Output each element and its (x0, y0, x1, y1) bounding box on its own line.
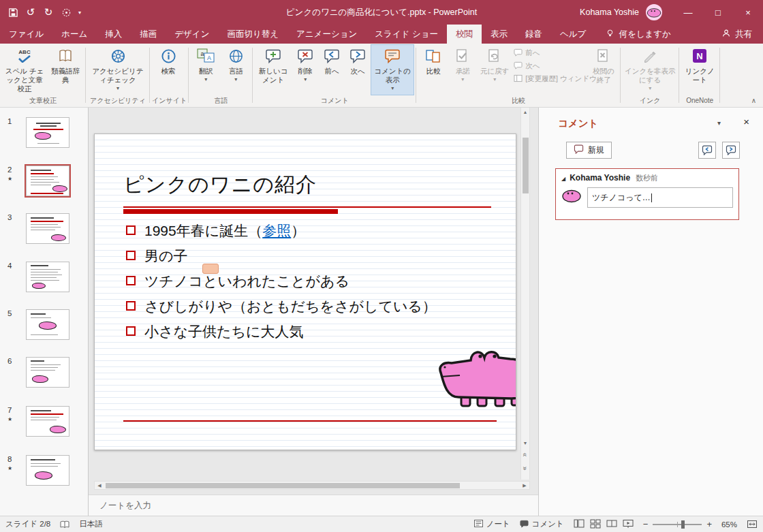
spell-check-icon: ABC (18, 46, 31, 65)
slide-thumbnail-5[interactable] (26, 309, 69, 340)
slide-title[interactable]: ピンクのワニの紹介 (123, 171, 317, 199)
translate-button[interactable]: aA 翻訳 ▾ (191, 44, 221, 95)
tab-animations[interactable]: アニメーション (287, 25, 366, 44)
dropdown-arrow-icon: ▾ (234, 76, 237, 83)
notes-toggle[interactable]: ノート (474, 519, 510, 529)
new-comment-pane-button[interactable]: 新規 (566, 142, 612, 159)
collapse-comment-icon[interactable]: ◢ (561, 176, 565, 182)
comment-navigation (698, 142, 740, 159)
touch-mode-icon[interactable] (57, 3, 75, 21)
tab-slideshow[interactable]: スライド ショー (366, 25, 447, 44)
undo-icon[interactable]: ↺ (22, 3, 40, 21)
tab-view[interactable]: 表示 (482, 25, 516, 44)
fit-to-window-button[interactable] (747, 519, 758, 529)
vertical-scrollbar-thumb[interactable] (523, 138, 529, 193)
tab-review[interactable]: 校閲 (447, 25, 482, 44)
slide-body-text[interactable]: 1995年春に誕生（参照） 男の子 ツチノコといわれたことがある さびしがりや（… (126, 221, 509, 347)
tab-insert[interactable]: 挿入 (96, 25, 131, 44)
tab-file[interactable]: ファイル (0, 25, 52, 44)
notes-placeholder[interactable]: ノートを入力 (99, 500, 151, 512)
slide-star-8: ★ (7, 465, 12, 471)
notes-pane[interactable]: ノートを入力 (89, 495, 538, 516)
next-slide-button[interactable]: » (521, 465, 529, 472)
slide-thumbnail-3[interactable] (26, 213, 69, 244)
tab-transitions[interactable]: 画面切り替え (218, 25, 287, 44)
tab-recording[interactable]: 録音 (516, 25, 551, 44)
reference-link[interactable]: 参照 (262, 223, 291, 238)
comment-author: Kohama Yoshie (570, 173, 630, 183)
tab-help[interactable]: ヘルプ (551, 25, 595, 44)
language-indicator[interactable]: 日本語 (79, 519, 103, 529)
delete-comment-button[interactable]: 削除 ▾ (292, 44, 319, 95)
scroll-right-icon[interactable]: ▶ (520, 483, 529, 488)
comment-anchor-marker[interactable] (202, 264, 219, 274)
pink-crocodile-drawing[interactable] (435, 341, 516, 409)
slide-thumbnail-2[interactable] (26, 166, 69, 196)
scroll-down-icon[interactable]: ▼ (521, 441, 529, 445)
reject-icon (487, 46, 502, 65)
comment-text-input[interactable]: ツチノコって… (587, 187, 733, 208)
previous-slide-button[interactable]: « (521, 451, 529, 458)
thesaurus-button[interactable]: 類義語辞典 (47, 44, 84, 95)
slide-thumbnail-4[interactable] (26, 262, 69, 292)
spellcheck-status-icon[interactable] (60, 520, 69, 529)
minimize-button[interactable]: — (673, 0, 703, 25)
previous-comment-button[interactable] (698, 142, 716, 159)
slide-thumbnail-7[interactable] (26, 406, 69, 437)
pane-options-chevron-icon[interactable]: ▾ (717, 119, 721, 127)
bullet-square-icon (126, 301, 136, 311)
slide-thumbnail-1[interactable] (26, 117, 69, 148)
slide-indicator[interactable]: スライド 2/8 (5, 519, 50, 529)
qat-customize-icon[interactable]: ▾ (75, 3, 84, 21)
reading-view-button[interactable] (606, 518, 617, 530)
save-icon[interactable] (4, 3, 22, 21)
slide-thumbnail-8[interactable] (26, 455, 69, 486)
next-comment-ribbon-button[interactable]: 次へ (345, 44, 371, 95)
scroll-left-icon[interactable]: ◀ (95, 483, 104, 488)
tell-me-box[interactable]: 何をしますか (597, 25, 679, 44)
slide-thumbnail-6[interactable] (26, 357, 69, 388)
language-button[interactable]: 言語 ▾ (221, 44, 251, 95)
show-comments-button[interactable]: コメントの表示 ▾ (371, 44, 414, 95)
share-button[interactable]: 共有 (711, 25, 763, 44)
reviewing-pane-button: [変更履歴] ウィンドウ (514, 74, 587, 84)
bullet-row: さびしがりや（おともだちをさがしている） (126, 297, 509, 317)
ribbon-group-compare: 比較 承諾 ▾ 元に戻す ▾ 前へ (416, 44, 621, 107)
new-comment-button[interactable]: 新しいコメント (255, 44, 292, 95)
user-avatar[interactable] (646, 4, 662, 20)
smart-lookup-button[interactable]: 検索 (152, 44, 185, 95)
scroll-up-icon[interactable]: ▲ (521, 110, 529, 114)
tab-home[interactable]: ホーム (52, 25, 96, 44)
comments-pane-close-icon[interactable]: × (743, 116, 749, 127)
zoom-out-button[interactable]: − (643, 519, 649, 529)
comment-card[interactable]: ◢ Kohama Yoshie 数秒前 ツチノコって… (555, 168, 739, 220)
accessibility-check-button[interactable]: アクセシビリティチェック ▾ (88, 44, 148, 95)
slideshow-button[interactable] (623, 518, 634, 530)
bullet-row: 小さな子供たちに大人気 (126, 322, 509, 342)
slide-number-5: 5 (7, 309, 12, 317)
spell-check-button[interactable]: ABC スペル チェックと文章校正 (2, 44, 47, 95)
zoom-in-button[interactable]: + (706, 519, 712, 529)
compare-button[interactable]: 比較 (418, 44, 448, 95)
dropdown-arrow-icon: ▾ (116, 85, 119, 92)
tab-design[interactable]: デザイン (166, 25, 218, 44)
zoom-percentage[interactable]: 65% (721, 520, 737, 529)
horizontal-scrollbar[interactable]: ◀ ▶ (94, 481, 530, 490)
comments-toggle[interactable]: コメント (520, 519, 564, 529)
close-button[interactable]: × (733, 0, 763, 25)
zoom-slider-thumb[interactable] (681, 520, 685, 529)
slide-sorter-view-button[interactable] (590, 518, 601, 530)
tab-draw[interactable]: 描画 (131, 25, 166, 44)
redo-icon[interactable]: ↻ (40, 3, 57, 21)
vertical-scrollbar[interactable]: ▲ ▼ « » (520, 108, 530, 480)
collapse-ribbon-icon[interactable]: ∧ (751, 97, 756, 104)
normal-view-button[interactable] (574, 518, 585, 530)
horizontal-scrollbar-thumb[interactable] (106, 483, 460, 488)
slide-editor[interactable]: ピンクのワニの紹介 1995年春に誕生（参照） 男の子 ツチノコといわれたことが… (94, 134, 516, 450)
previous-comment-ribbon-button[interactable]: 前へ (319, 44, 345, 95)
linked-notes-button[interactable]: N リンクノート (681, 44, 718, 95)
titlebar-right: Kohama Yoshie — □ × (580, 0, 763, 25)
next-comment-button[interactable] (722, 142, 740, 159)
zoom-slider[interactable] (653, 524, 702, 525)
maximize-button[interactable]: □ (703, 0, 733, 25)
